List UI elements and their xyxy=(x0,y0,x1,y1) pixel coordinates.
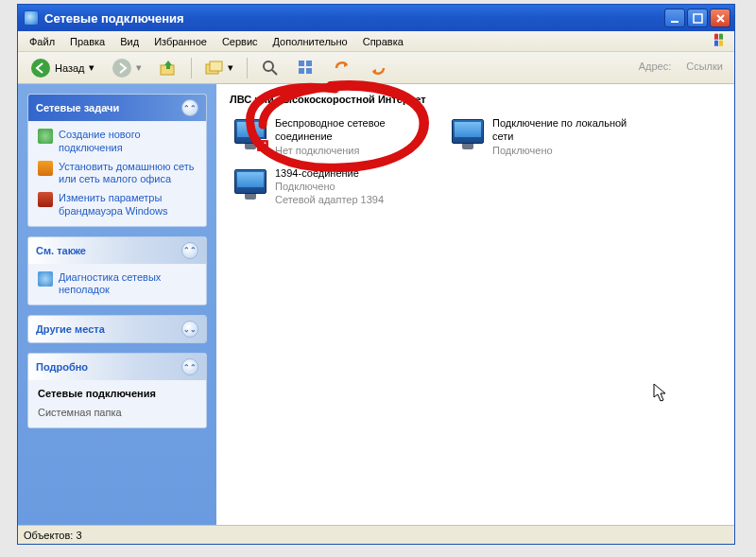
toolbar: Назад ▾ ▾ ▾ Адрес: Ссылки xyxy=(18,52,734,84)
connection-1394[interactable]: 1394-соединение Подключено Сетевой адапт… xyxy=(230,165,428,209)
up-button[interactable] xyxy=(152,55,184,81)
panel-details: Подробно ⌃⌃ Сетевые подключения Системна… xyxy=(27,353,207,428)
home-network-icon xyxy=(38,161,53,176)
error-badge-icon: ✕ xyxy=(256,139,269,152)
folder-up-icon xyxy=(159,59,178,78)
task-setup-network[interactable]: Установить домашнюю сеть или сеть малого… xyxy=(38,161,197,187)
svg-rect-9 xyxy=(299,61,304,66)
back-icon xyxy=(30,58,51,78)
search-button[interactable] xyxy=(254,55,286,81)
content-pane[interactable]: ЛВС или высокоскоростной Интернет ✕ Бесп… xyxy=(216,84,734,525)
connection-lan[interactable]: Подключение по локальной сети Подключено xyxy=(447,114,645,159)
minimize-button[interactable] xyxy=(664,9,685,27)
panel-header[interactable]: Подробно ⌃⌃ xyxy=(28,354,206,380)
views-icon xyxy=(297,59,316,78)
panel-title: См. также xyxy=(36,245,86,256)
menu-view[interactable]: Вид xyxy=(112,33,146,50)
sidebar: Сетевые задачи ⌃⌃ Создание нового подклю… xyxy=(18,84,216,525)
panel-title: Другие места xyxy=(36,323,105,335)
window-buttons xyxy=(664,9,730,27)
chevron-up-icon[interactable]: ⌃⌃ xyxy=(181,242,198,259)
connection-status: Подключено xyxy=(275,180,384,193)
firewall-icon xyxy=(38,192,53,207)
window-title: Сетевые подключения xyxy=(44,11,184,26)
refresh-button[interactable] xyxy=(362,55,394,81)
sync-button[interactable] xyxy=(326,55,358,81)
network-connections-icon xyxy=(24,10,39,26)
panel-header[interactable]: См. также ⌃⌃ xyxy=(28,237,206,264)
details-type: Системная папка xyxy=(38,407,197,420)
back-label: Назад xyxy=(55,62,85,74)
sync-icon xyxy=(333,59,352,78)
panel-other-places: Другие места ⌄⌄ xyxy=(27,315,207,343)
svg-rect-0 xyxy=(671,21,679,23)
svg-point-2 xyxy=(31,59,50,78)
folders-button[interactable]: ▾ xyxy=(198,55,240,81)
dropdown-icon: ▾ xyxy=(136,61,142,74)
statusbar: Объектов: 3 xyxy=(18,525,734,544)
window: Сетевые подключения Файл Правка Вид Избр… xyxy=(17,4,735,545)
connection-wireless[interactable]: ✕ Беспроводное сетевое соединение Нет по… xyxy=(230,114,428,159)
panel-header[interactable]: Сетевые задачи ⌃⌃ xyxy=(28,95,206,121)
windows-flag-icon xyxy=(713,33,730,48)
menu-tools[interactable]: Сервис xyxy=(215,33,266,50)
chevron-up-icon[interactable]: ⌃⌃ xyxy=(181,99,198,116)
chevron-up-icon[interactable]: ⌃⌃ xyxy=(181,358,198,375)
connection-icon xyxy=(449,116,487,154)
menu-advanced[interactable]: Дополнительно xyxy=(266,33,355,50)
titlebar[interactable]: Сетевые подключения xyxy=(18,5,734,31)
connection-adapter: Сетевой адаптер 1394 xyxy=(275,193,384,206)
task-create-connection[interactable]: Создание нового подключения xyxy=(38,129,197,155)
connection-status: Подключено xyxy=(492,144,644,157)
chevron-down-icon[interactable]: ⌄⌄ xyxy=(181,321,198,338)
dropdown-icon: ▾ xyxy=(89,61,94,74)
cursor-icon xyxy=(653,383,668,404)
link-diagnostics[interactable]: Диагностика сетевых неполадок xyxy=(38,271,197,298)
links-label[interactable]: Ссылки xyxy=(680,58,729,75)
menu-file[interactable]: Файл xyxy=(22,33,62,50)
svg-rect-11 xyxy=(299,68,304,74)
menu-help[interactable]: Справка xyxy=(355,33,411,50)
panel-title: Сетевые задачи xyxy=(36,102,119,113)
body: Сетевые задачи ⌃⌃ Создание нового подклю… xyxy=(18,84,734,525)
forward-button[interactable]: ▾ xyxy=(105,54,148,82)
panel-see-also: См. также ⌃⌃ Диагностика сетевых неполад… xyxy=(27,236,207,306)
svg-line-8 xyxy=(272,70,277,75)
svg-rect-1 xyxy=(694,14,702,23)
svg-rect-10 xyxy=(306,61,312,66)
close-button[interactable] xyxy=(710,9,730,27)
address-label: Адрес: xyxy=(633,58,678,75)
back-button[interactable]: Назад ▾ xyxy=(24,54,101,82)
group-header: ЛВС или высокоскоростной Интернет xyxy=(230,94,721,107)
panel-header[interactable]: Другие места ⌄⌄ xyxy=(28,316,206,342)
folders-icon xyxy=(205,59,224,78)
task-firewall-settings[interactable]: Изменить параметры брандмауэра Windows xyxy=(38,192,197,218)
panel-network-tasks: Сетевые задачи ⌃⌃ Создание нового подклю… xyxy=(27,94,207,227)
panel-title: Подробно xyxy=(36,361,88,373)
connection-name: Беспроводное сетевое соединение xyxy=(275,116,426,144)
views-button[interactable] xyxy=(290,55,322,81)
new-connection-icon xyxy=(38,129,53,144)
connection-status: Нет подключения xyxy=(275,144,426,157)
menubar: Файл Правка Вид Избранное Сервис Дополни… xyxy=(18,31,734,52)
maximize-button[interactable] xyxy=(687,9,708,27)
forward-icon xyxy=(112,58,132,78)
details-name: Сетевые подключения xyxy=(38,388,197,401)
connection-name: 1394-соединение xyxy=(275,166,384,180)
dropdown-icon: ▾ xyxy=(228,61,233,74)
svg-rect-6 xyxy=(210,61,222,71)
connection-icon xyxy=(232,166,269,204)
menu-edit[interactable]: Правка xyxy=(62,33,112,50)
status-text: Объектов: 3 xyxy=(24,530,82,541)
svg-point-7 xyxy=(264,61,273,71)
svg-rect-12 xyxy=(306,68,312,74)
search-icon xyxy=(261,59,280,78)
refresh-icon xyxy=(369,59,387,78)
info-icon xyxy=(38,271,53,287)
menu-favorites[interactable]: Избранное xyxy=(146,33,215,50)
connection-icon: ✕ xyxy=(232,116,269,154)
svg-point-3 xyxy=(112,59,131,78)
connection-name: Подключение по локальной сети xyxy=(492,116,644,144)
